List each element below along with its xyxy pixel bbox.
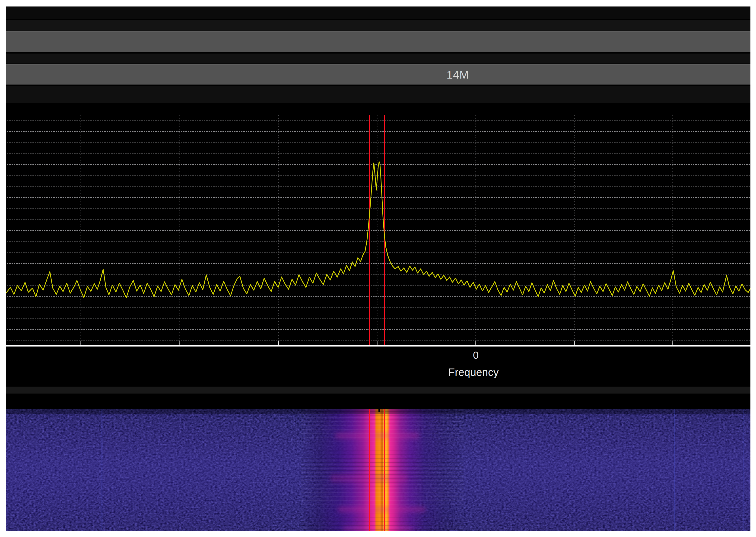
waterfall-signal-column xyxy=(301,409,463,531)
waterfall-signal-smear xyxy=(338,507,426,512)
axis-tickmark xyxy=(574,341,575,345)
spectrum-plot[interactable] xyxy=(6,103,750,345)
toolbar-row-3 xyxy=(6,54,750,63)
frequency-scale-band[interactable]: 14M xyxy=(6,64,750,85)
waterfall-tuning-marker-line[interactable] xyxy=(369,409,370,531)
waterfall-faint-line xyxy=(743,409,744,531)
waterfall-display[interactable] xyxy=(6,409,750,531)
axis-tickmark xyxy=(476,341,476,345)
axis-tickmark xyxy=(377,341,378,345)
axis-tickmark xyxy=(81,341,81,345)
axis-tickmark xyxy=(179,341,180,345)
axis-tick-label-zero: 0 xyxy=(473,350,479,361)
toolbar-row-4 xyxy=(6,86,750,103)
toolbar-row-1 xyxy=(6,7,750,19)
frequency-scale-upper[interactable] xyxy=(6,31,750,52)
page: { "header": { "band_label": "14M" }, "ax… xyxy=(0,0,756,537)
waterfall-signal-smear xyxy=(343,526,413,531)
frequency-axis-shadow xyxy=(6,346,750,347)
waterfall-tuning-notch xyxy=(378,409,380,412)
toolbar-row-2 xyxy=(6,20,750,31)
axis-tickmark xyxy=(278,341,279,345)
spectrum-trace xyxy=(7,162,750,298)
waterfall-faint-line xyxy=(674,409,675,531)
waterfall-tuning-marker-line[interactable] xyxy=(384,409,385,531)
separator-strip xyxy=(6,387,750,393)
band-label: 14M xyxy=(447,68,469,81)
axis-tickmark xyxy=(673,341,673,345)
axis-title: Frequency xyxy=(448,366,498,379)
waterfall-faint-line xyxy=(101,409,102,531)
sdr-window: 14M 0 Frequency xyxy=(6,7,750,531)
waterfall-signal-smear xyxy=(335,433,419,439)
